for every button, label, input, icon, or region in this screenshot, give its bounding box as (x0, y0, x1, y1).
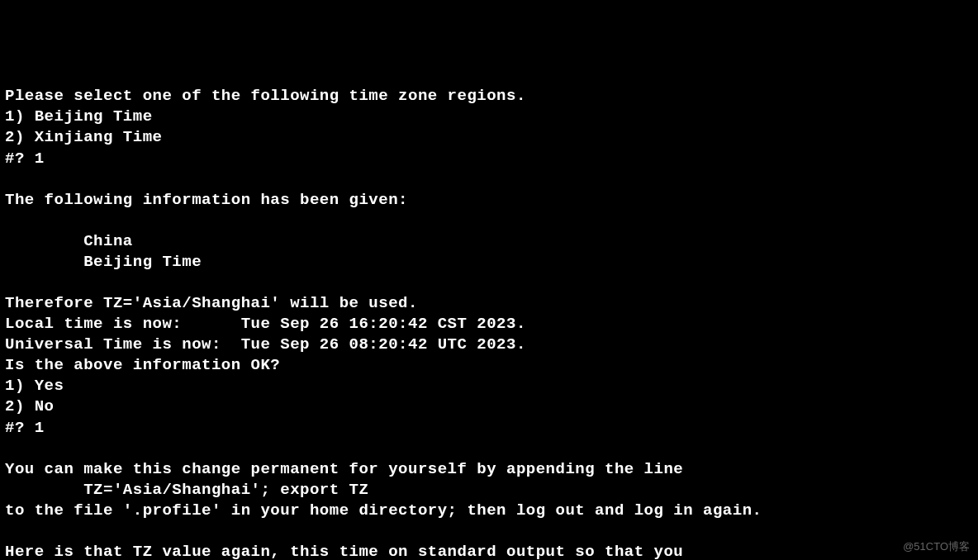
terminal-line: Here is that TZ value again, this time o… (5, 542, 973, 560)
terminal-line: 2) No (5, 396, 973, 417)
terminal-line: Therefore TZ='Asia/Shanghai' will be use… (5, 293, 973, 314)
terminal-line: Is the above information OK? (5, 355, 973, 376)
terminal-line: Local time is now: Tue Sep 26 16:20:42 C… (5, 314, 973, 335)
terminal-line (5, 169, 973, 190)
terminal-line: 1) Beijing Time (5, 107, 973, 127)
terminal-line: TZ='Asia/Shanghai'; export TZ (5, 480, 973, 501)
terminal-line (5, 273, 973, 293)
watermark-text: @51CTO博客 (903, 539, 970, 553)
terminal-line: Please select one of the following time … (5, 86, 973, 107)
terminal-output: Please select one of the following time … (5, 86, 973, 560)
terminal-line: #? 1 (5, 418, 973, 439)
terminal-line (5, 521, 973, 542)
terminal-line: You can make this change permanent for y… (5, 459, 973, 480)
terminal-line: The following information has been given… (5, 190, 973, 211)
terminal-line: 1) Yes (5, 376, 973, 396)
terminal-line (5, 439, 973, 459)
terminal-line: China (5, 231, 973, 252)
terminal-line: Beijing Time (5, 252, 973, 273)
terminal-line (5, 211, 973, 231)
terminal-line: 2) Xinjiang Time (5, 127, 973, 148)
terminal-line: to the file '.profile' in your home dire… (5, 501, 973, 521)
terminal-line: #? 1 (5, 149, 973, 169)
terminal-line: Universal Time is now: Tue Sep 26 08:20:… (5, 335, 973, 355)
